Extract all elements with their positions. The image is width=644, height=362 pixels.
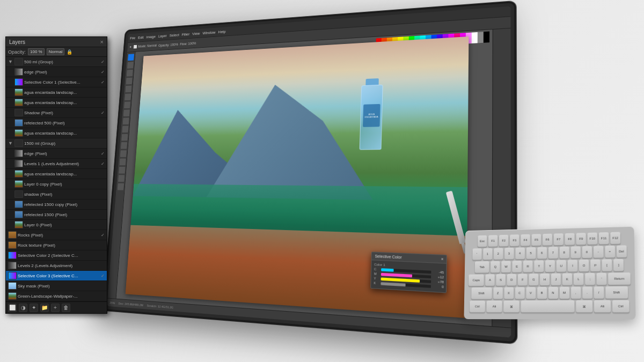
key-cmd-left[interactable]: ⌘	[503, 300, 519, 312]
key-f5[interactable]: F5	[532, 234, 541, 246]
key-f1[interactable]: F1	[488, 235, 497, 247]
ps-menu-help[interactable]: Help	[218, 29, 226, 34]
layer-row[interactable]: shadow (Pixel)	[6, 189, 107, 200]
layer-visible-check[interactable]: ✓	[101, 274, 105, 278]
lasso-tool[interactable]	[126, 70, 133, 77]
opacity-value[interactable]: 100 %	[28, 48, 45, 55]
layer-row[interactable]: edge (Pixel) ✓	[6, 149, 107, 159]
sc-close-icon[interactable]: ×	[441, 257, 444, 261]
key-1[interactable]: 1	[483, 248, 492, 260]
key-alt-left[interactable]: Alt	[487, 300, 502, 312]
ps-menu-edit[interactable]: Edit	[138, 35, 144, 40]
layer-row[interactable]: Layer 0 (Pixel)	[6, 220, 107, 230]
ps-menu-window[interactable]: Window	[202, 30, 215, 35]
key-f11[interactable]: F11	[599, 232, 609, 244]
key-f9[interactable]: F9	[576, 233, 586, 245]
key-b[interactable]: B	[537, 287, 547, 299]
key-p[interactable]: P	[590, 260, 601, 271]
new-layer-button[interactable]: +	[51, 304, 60, 312]
key-i[interactable]: I	[568, 260, 577, 271]
key-shift-left[interactable]: Shift	[471, 287, 492, 299]
key-rbracket[interactable]: ]	[613, 259, 624, 271]
key-f[interactable]: F	[518, 274, 528, 285]
key-slash[interactable]: /	[594, 286, 604, 299]
layer-row[interactable]: ▼ 1500 ml (Group)	[6, 138, 107, 149]
key-esc[interactable]: Esc	[478, 235, 487, 247]
layer-row[interactable]: agua encantada landscap...	[6, 98, 107, 108]
key-c[interactable]: C	[515, 287, 524, 299]
layer-visible-check[interactable]: ✓	[101, 80, 105, 85]
key-f6[interactable]: F6	[543, 234, 552, 246]
ps-menu-view[interactable]: View	[192, 31, 200, 36]
adjustment-layer-button[interactable]: ✦	[30, 304, 38, 312]
eyedropper-tool[interactable]	[125, 93, 131, 100]
key-a[interactable]: A	[485, 274, 494, 286]
key-period[interactable]: .	[582, 286, 592, 298]
clone-stamp-tool[interactable]	[123, 109, 129, 116]
key-semicolon[interactable]: ;	[585, 273, 595, 285]
layer-visible-check[interactable]: ✓	[101, 60, 105, 64]
key-alt-right[interactable]: Alt	[594, 300, 611, 313]
move-tool[interactable]	[128, 54, 134, 61]
key-minus[interactable]: -	[593, 246, 603, 257]
key-comma[interactable]: ,	[571, 286, 581, 298]
layer-visible-check[interactable]: ✓	[101, 161, 105, 166]
add-mask-button[interactable]: ◑	[19, 304, 27, 312]
key-u[interactable]: U	[557, 260, 566, 272]
key-0[interactable]: 0	[582, 246, 591, 258]
key-l[interactable]: L	[574, 273, 583, 285]
key-f3[interactable]: F3	[510, 234, 519, 246]
key-n[interactable]: N	[548, 287, 558, 299]
key-cmd-right[interactable]: ⌘	[576, 300, 592, 313]
ps-menu-image[interactable]: Image	[146, 34, 156, 39]
gradient-tool[interactable]	[122, 126, 128, 133]
key-3[interactable]: 3	[504, 248, 514, 260]
hand-tool[interactable]	[118, 175, 125, 182]
key-f2[interactable]: F2	[499, 235, 508, 247]
key-o[interactable]: O	[579, 260, 589, 271]
key-caps[interactable]: Caps	[469, 274, 484, 286]
layer-visible-check[interactable]: ✓	[101, 151, 105, 156]
layer-row[interactable]: Layer 0 copy (Pixel)	[6, 179, 107, 189]
key-tab[interactable]: Tab	[475, 261, 489, 273]
delete-layer-button[interactable]: 🗑	[62, 304, 70, 312]
key-f10[interactable]: F10	[588, 233, 597, 245]
key-t[interactable]: T	[534, 260, 544, 272]
key-x[interactable]: X	[504, 287, 514, 299]
layer-row[interactable]: agua encantada landscap...	[6, 128, 107, 138]
key-k[interactable]: K	[562, 273, 572, 285]
key-d[interactable]: D	[507, 274, 517, 286]
eraser-tool[interactable]	[122, 117, 129, 124]
key-m[interactable]: M	[559, 287, 569, 299]
layer-row[interactable]: Selective Color 1 (Selective... ✓	[6, 77, 107, 87]
text-tool[interactable]	[119, 159, 126, 166]
key-f7[interactable]: F7	[554, 233, 564, 245]
key-f8[interactable]: F8	[565, 233, 575, 245]
key-f12[interactable]: F12	[610, 232, 620, 244]
key-e[interactable]: E	[512, 261, 522, 272]
layer-row[interactable]: ▼ 500 ml (Group) ✓	[6, 57, 107, 67]
key-space[interactable]	[521, 300, 575, 312]
key-7[interactable]: 7	[548, 247, 558, 258]
key-backtick[interactable]: `	[472, 248, 481, 260]
key-6[interactable]: 6	[537, 247, 547, 258]
key-g[interactable]: G	[529, 274, 538, 285]
layers-panel-titlebar[interactable]: Layers ×	[6, 37, 107, 47]
key-q[interactable]: Q	[491, 261, 500, 273]
layers-panel-close[interactable]: ×	[100, 39, 104, 45]
key-w[interactable]: W	[501, 261, 511, 272]
layer-row[interactable]: Selective Color 2 (Selective C...	[6, 250, 107, 261]
key-equals[interactable]: =	[605, 246, 615, 258]
layer-row[interactable]: Green-Landscape-Wallpaper-...	[6, 291, 107, 301]
key-v[interactable]: V	[526, 287, 536, 299]
layer-row[interactable]: Levels 1 (Levels Adjustment) ✓	[6, 159, 107, 169]
layer-visible-check[interactable]: ✓	[101, 233, 105, 238]
blur-tool[interactable]	[121, 134, 128, 141]
shape-tool[interactable]	[119, 167, 125, 174]
key-h[interactable]: H	[540, 274, 550, 285]
layer-row[interactable]: Rock texture (Pixel)	[6, 240, 107, 250]
layer-visible-check[interactable]: ✓	[101, 70, 105, 75]
blend-mode-select[interactable]: Normal	[47, 48, 65, 55]
layer-row[interactable]: agua encantada landscap...	[6, 87, 107, 98]
ps-canvas[interactable]: AGUAENCANTADA Selective Color ×	[126, 36, 469, 318]
